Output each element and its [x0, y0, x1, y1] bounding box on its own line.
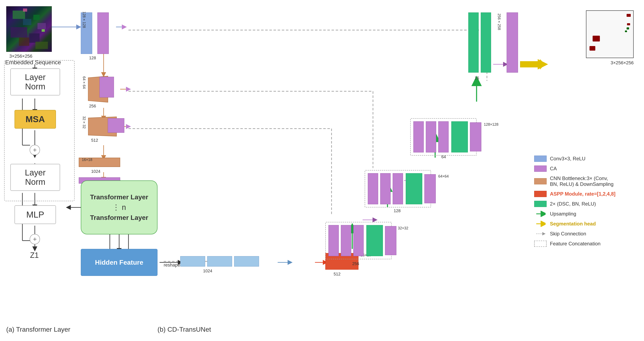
- yellow-arrow: [520, 59, 545, 70]
- purple-block-512: [108, 118, 124, 133]
- dim-1024-strip-label: 1024: [203, 269, 212, 273]
- legend-ca-text: CA: [550, 166, 557, 172]
- purple-dec-2b: [380, 173, 390, 204]
- purple-dec-3c: [438, 121, 448, 152]
- purple-dec-2c: [393, 173, 403, 204]
- purple-out-2: [424, 174, 436, 203]
- legend-dsc-text: 2× (DSC, BN, ReLU): [550, 201, 596, 207]
- purple-dec-1a: [328, 225, 339, 256]
- dim-32x32-dec-label: 32×32: [398, 226, 408, 230]
- legend-concat-box: [534, 241, 546, 247]
- b-cdtransUnet-label: (b) CD-TransUNet: [158, 326, 211, 333]
- legend-item-conv: Conv3×3, ReLU: [534, 156, 634, 162]
- legend-item-concat: Feature Concatenation: [534, 241, 634, 247]
- dim-256x258-label: 256×258: [497, 14, 501, 30]
- purple-out-3: [470, 122, 481, 151]
- plus-circle-1: +: [30, 145, 40, 155]
- purple-block-128: [98, 13, 109, 54]
- a-transformer-label: (a) Transformer Layer: [6, 326, 70, 333]
- red-blob-bottom: [590, 46, 595, 51]
- hidden-feature-text: Hidden Feature: [95, 259, 144, 266]
- green-top-1: [468, 13, 479, 73]
- legend-upsample-text: Upsampling: [550, 211, 576, 217]
- layer-norm-2-text: LayerNorm: [25, 168, 46, 187]
- legend-conv-text: Conv3×3, ReLU: [550, 156, 585, 162]
- layer-norm-1-box: LayerNorm: [10, 69, 60, 95]
- legend-item-dsc: 2× (DSC, BN, ReLU): [534, 201, 634, 207]
- mlp-box: MLP: [14, 205, 56, 224]
- dim-16-label: 16: [474, 76, 479, 81]
- lightblue-strip-3: [234, 256, 259, 266]
- dim-64x64-dec-label: 64×64: [438, 174, 449, 179]
- dim-32x32-label: 32×32: [82, 116, 86, 129]
- purple-dec-1c: [353, 225, 364, 256]
- red-blob-top: [626, 14, 631, 17]
- z1-label: Z1: [30, 251, 39, 260]
- hidden-feature-box: Hidden Feature: [81, 249, 158, 276]
- red-blob-mid-top: [627, 23, 630, 25]
- purple-block-256: [100, 77, 114, 98]
- dim-128-dec-label: 128: [394, 208, 400, 213]
- layer-norm-2-box: LayerNorm: [10, 164, 60, 191]
- green-top-2: [481, 13, 491, 73]
- legend-item-aspp: ASPP Module, rate=[1,2,4,8]: [534, 191, 634, 197]
- legend-item-cnn: CNN Bottleneck:3× (Conv,BN, ReLU) & Down…: [534, 175, 634, 187]
- legend-skip-text: Skip Connection: [550, 231, 586, 237]
- legend-upsample-arrow: [534, 211, 546, 217]
- legend-item-upsample: Upsampling: [534, 211, 634, 217]
- legend-seg-text: Segmentation head: [550, 221, 596, 227]
- legend-cnn-box: [534, 178, 546, 184]
- green-dec-1: [366, 225, 383, 256]
- reshape-label: reshape: [164, 262, 180, 268]
- legend-ca-box: [534, 166, 546, 172]
- legend: Conv3×3, ReLU CA CNN Bottleneck:3× (Conv…: [534, 156, 634, 251]
- dim-256-dec-label: 256: [352, 261, 359, 266]
- legend-item-ca: CA: [534, 166, 634, 172]
- output-image-label: 3×256×256: [611, 60, 634, 66]
- green-dec-2: [406, 173, 422, 204]
- dots-n: ⋮ n: [112, 203, 126, 212]
- legend-dsc-box: [534, 201, 546, 207]
- purple-out-1: [385, 226, 396, 255]
- legend-conv-box: [534, 156, 546, 162]
- lightblue-strip-2: [207, 256, 232, 266]
- legend-seg-arrow: [534, 221, 546, 227]
- diagram-container: 3×256×256 Embedded Sequence LayerNorm MS…: [0, 0, 644, 341]
- dim-512-bottom-label: 512: [334, 272, 340, 276]
- purple-dec-1b: [341, 225, 351, 256]
- dim-1024-a-label: 1024: [91, 169, 100, 174]
- dim-16x18-label: 16×18: [82, 158, 92, 162]
- transformer-layer-top-text: Transformer Layer: [90, 193, 148, 201]
- dim-64x64-label: 64×64: [82, 76, 86, 89]
- dim-64-dec-label: 64: [441, 155, 446, 159]
- green-blob-2: [625, 31, 627, 32]
- legend-concat-text: Feature Concatenation: [550, 241, 600, 247]
- dim-256-label: 256: [89, 104, 96, 109]
- transformer-layer-box: Transformer Layer ⋮ n Transformer Layer: [81, 180, 158, 234]
- green-dec-3: [451, 121, 468, 152]
- transformer-layer-bottom-text: Transformer Layer: [90, 214, 148, 221]
- purple-dec-3b: [426, 121, 436, 152]
- legend-item-seg: Segmentation head: [534, 221, 634, 227]
- satellite-label: 3×256×256: [9, 54, 32, 59]
- purple-dec-3a: [414, 121, 424, 152]
- purple-top-out: [506, 13, 518, 73]
- msa-box: MSA: [14, 110, 56, 129]
- dim-512-label: 512: [91, 138, 98, 143]
- legend-skip-arrow: [534, 231, 546, 237]
- green-blob-1: [626, 27, 629, 30]
- legend-cnn-text: CNN Bottleneck:3× (Conv,BN, ReLU) & Down…: [550, 175, 614, 187]
- dim-128-label: 128: [89, 56, 96, 60]
- legend-item-skip: Skip Connection: [534, 231, 634, 237]
- satellite-image: [6, 6, 52, 52]
- msa-text: MSA: [26, 114, 45, 124]
- dim-128x128-label: 128×128: [82, 12, 86, 28]
- layer-norm-1-text: LayerNorm: [25, 73, 46, 91]
- mlp-text: MLP: [26, 210, 44, 220]
- output-image-container: [586, 10, 634, 58]
- dim-128x128-dec-label: 128×128: [484, 122, 498, 127]
- plus-circle-2: +: [30, 234, 40, 244]
- legend-aspp-box: [534, 191, 546, 197]
- red-blob-main: [592, 36, 600, 42]
- purple-dec-2a: [368, 173, 378, 204]
